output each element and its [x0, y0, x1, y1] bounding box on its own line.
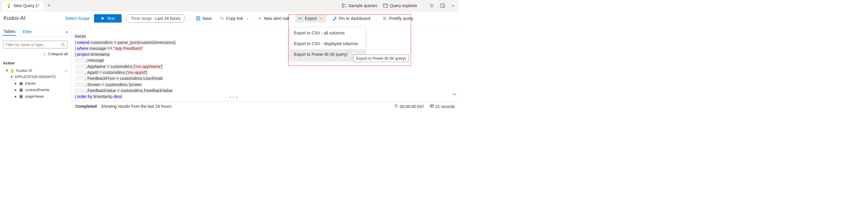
tab-filter[interactable]: Filter — [22, 28, 32, 35]
divider — [189, 15, 190, 22]
new-tab-button[interactable]: + — [44, 2, 54, 9]
chevron-right-icon: ▸ — [15, 81, 17, 86]
save-label: Save — [202, 16, 212, 21]
chevron-down-icon — [319, 16, 323, 21]
chevron-down-icon — [245, 16, 250, 21]
status-completed: Completed — [75, 104, 97, 109]
svg-rect-1 — [342, 6, 343, 7]
table-icon: ▦ — [19, 81, 24, 86]
save-button[interactable]: Save — [194, 15, 214, 22]
link-icon — [219, 16, 224, 21]
sample-queries-label: Sample queries — [348, 3, 377, 8]
sidebar: Tables Filter « ↕ Collapse all Active ▾ … — [0, 26, 71, 101]
pin-icon — [333, 16, 337, 21]
collapse-sidebar-icon[interactable]: « — [65, 29, 68, 34]
pin-button[interactable]: Pin to dashboard — [331, 15, 372, 22]
svg-rect-7 — [440, 4, 444, 7]
export-button[interactable]: Export — [296, 14, 326, 23]
table-icon: ▦ — [19, 87, 24, 92]
svg-marker-9 — [102, 17, 104, 20]
svg-point-6 — [431, 5, 433, 6]
filter-input-wrap[interactable] — [3, 41, 68, 49]
tree-group-active: Active — [3, 59, 68, 67]
new-alert-label: New alert rule — [264, 16, 289, 21]
copy-link-label: Copy link — [226, 16, 243, 21]
collapse-all-button[interactable]: ↕ Collapse all — [3, 50, 68, 57]
explorer-icon — [383, 3, 388, 8]
chevron-down-icon: ▾ — [6, 68, 8, 73]
svg-line-16 — [64, 46, 65, 47]
status-records: 31 records — [429, 103, 455, 109]
query-explorer-button[interactable]: Query explorer — [383, 3, 417, 8]
sample-queries-button[interactable]: Sample queries — [342, 3, 377, 8]
time-range-picker[interactable]: Time range : Last 24 hours — [126, 14, 185, 23]
tab-tables[interactable]: Tables — [3, 28, 16, 36]
svg-rect-0 — [342, 4, 343, 5]
run-label: Run — [107, 16, 115, 21]
gear-icon[interactable] — [429, 3, 434, 8]
tree-item-customevents[interactable]: ▸ ▦ customEvents — [3, 86, 68, 93]
divider — [423, 2, 424, 9]
chevron-down-icon[interactable] — [451, 3, 456, 8]
tab-label: New Query 1* — [13, 3, 39, 8]
tree-node-root[interactable]: ▾ 💡 Kudos-AI ☆ — [3, 67, 68, 73]
plus-icon: + — [257, 16, 262, 21]
drag-handle[interactable]: • • • — [229, 96, 238, 100]
table-icon: ▦ — [19, 94, 24, 98]
prettify-button[interactable]: Prettify query — [380, 15, 415, 22]
list-icon — [342, 3, 347, 8]
scope-name: Kudos-AI — [4, 15, 26, 21]
save-icon — [196, 16, 200, 21]
table-icon — [429, 103, 434, 108]
chevron-right-icon: ▸ — [15, 94, 17, 98]
status-duration: 00:00:00.697 — [394, 103, 424, 109]
query-tab[interactable]: 💡 New Query 1* — [2, 0, 44, 11]
lightbulb-icon: 💡 — [6, 3, 11, 8]
lightbulb-icon: 💡 — [10, 68, 14, 73]
svg-point-15 — [61, 43, 64, 46]
chevron-down-icon: ▾ — [11, 74, 13, 79]
prettify-icon — [382, 16, 387, 21]
time-range-value: Last 24 hours — [155, 16, 180, 21]
stopwatch-icon — [394, 103, 399, 108]
time-range-label: Time range : — [131, 16, 154, 21]
filter-input[interactable] — [6, 42, 61, 47]
chevron-right-icon: ▸ — [15, 88, 17, 92]
tree-root-label: Kudos-AI — [16, 68, 32, 73]
svg-rect-4 — [383, 4, 388, 7]
select-scope-button[interactable]: Select Scope — [65, 16, 90, 21]
panel-icon[interactable] — [440, 3, 445, 8]
tree-group-appinsights[interactable]: ▾ APPLICATION INSIGHTS — [3, 73, 68, 80]
tree-item-pageviews[interactable]: ▸ ▦ pageViews — [3, 93, 68, 99]
prettify-label: Prettify query — [389, 16, 413, 21]
tooltip: Export to Power BI (M query) — [353, 55, 409, 62]
svg-rect-10 — [197, 19, 199, 20]
run-button[interactable]: Run — [94, 14, 122, 23]
new-alert-button[interactable]: + New alert rule — [256, 15, 291, 22]
status-message: . Showing results from the last 24 hours… — [98, 104, 173, 109]
tree-item-traces[interactable]: ▸ ▦ traces — [3, 80, 68, 86]
star-icon[interactable]: ☆ — [64, 68, 68, 73]
tree-group-label: APPLICATION INSIGHTS — [14, 75, 56, 79]
scroll-top-button[interactable]: ︽ — [453, 91, 457, 96]
status-bar: Completed . Showing results from the las… — [71, 101, 459, 111]
query-editor[interactable]: traces | extend customdims = parse_json(… — [71, 26, 459, 101]
svg-rect-11 — [197, 17, 199, 18]
search-icon — [61, 42, 65, 47]
play-icon — [100, 16, 105, 21]
divider — [376, 15, 376, 22]
export-label: Export — [305, 16, 317, 21]
export-csv-displayed[interactable]: Export to CSV - displayed columns — [290, 38, 365, 49]
copy-link-button[interactable]: Copy link — [218, 15, 251, 22]
export-csv-all[interactable]: Export to CSV - all columns — [290, 28, 365, 38]
pin-label: Pin to dashboard — [339, 16, 370, 21]
query-explorer-label: Query explorer — [390, 3, 417, 8]
export-icon — [298, 16, 303, 21]
collapse-icon: ↕ — [42, 51, 47, 56]
